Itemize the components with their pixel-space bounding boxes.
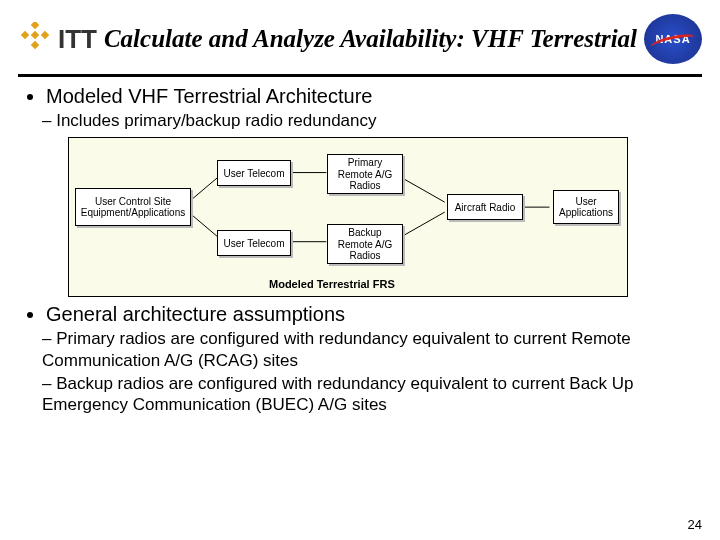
page-number: 24 xyxy=(688,517,702,532)
bullet-1-sub-1: Includes primary/backup radio redundancy xyxy=(42,110,692,131)
slide-title: Calculate and Analyze Availability: VHF … xyxy=(97,25,644,53)
box-primary-radios: Primary Remote A/G Radios xyxy=(327,154,403,194)
bullet-2: General architecture assumptions xyxy=(46,303,692,326)
header-divider xyxy=(18,74,702,77)
bullet-1-sublist: Includes primary/backup radio redundancy xyxy=(28,110,692,131)
svg-line-10 xyxy=(401,212,444,237)
svg-line-9 xyxy=(401,178,444,203)
bullet-2-sub-2: Backup radios are configured with redund… xyxy=(42,373,692,416)
box-user-telecom-2: User Telecom xyxy=(217,230,291,256)
svg-line-6 xyxy=(192,215,218,237)
bullet-2-sub-1: Primary radios are configured with redun… xyxy=(42,328,692,371)
nasa-logo-text: NASA xyxy=(655,33,690,45)
diagram-container: User Control Site Equipment/Applications… xyxy=(68,137,692,297)
box-user-control-site: User Control Site Equipment/Applications xyxy=(75,188,191,226)
box-backup-radios: Backup Remote A/G Radios xyxy=(327,224,403,264)
box-user-telecom-1: User Telecom xyxy=(217,160,291,186)
svg-line-5 xyxy=(192,178,218,200)
svg-rect-1 xyxy=(21,31,29,39)
svg-rect-0 xyxy=(31,22,39,29)
itt-logo-text: ITT xyxy=(58,24,97,55)
itt-logo-mark xyxy=(18,22,52,56)
svg-rect-4 xyxy=(31,41,39,49)
svg-rect-2 xyxy=(41,31,49,39)
nasa-logo: NASA xyxy=(644,14,702,64)
architecture-diagram: User Control Site Equipment/Applications… xyxy=(68,137,628,297)
itt-logo: ITT xyxy=(18,22,97,56)
box-user-applications: User Applications xyxy=(553,190,619,224)
bullet-2-sublist: Primary radios are configured with redun… xyxy=(28,328,692,415)
diagram-caption: Modeled Terrestrial FRS xyxy=(269,278,395,290)
bullet-1: Modeled VHF Terrestrial Architecture xyxy=(46,85,692,108)
bullet-list-2: General architecture assumptions xyxy=(28,303,692,326)
svg-rect-3 xyxy=(31,31,39,39)
nasa-logo-badge: NASA xyxy=(644,14,702,64)
box-aircraft-radio: Aircraft Radio xyxy=(447,194,523,220)
bullet-list-1: Modeled VHF Terrestrial Architecture xyxy=(28,85,692,108)
slide-header: ITT Calculate and Analyze Availability: … xyxy=(0,0,720,74)
slide-content: Modeled VHF Terrestrial Architecture Inc… xyxy=(0,85,720,415)
